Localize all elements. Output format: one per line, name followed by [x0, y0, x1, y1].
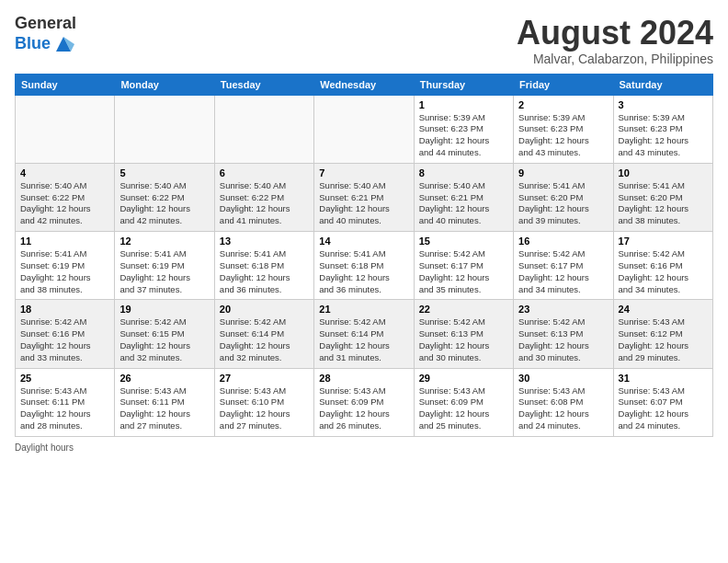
calendar-day-cell: 15Sunrise: 5:42 AMSunset: 6:17 PMDayligh…	[414, 232, 513, 300]
sunrise-line: Sunrise: 5:39 AM	[518, 112, 608, 124]
daylight-line1: Daylight: 12 hours	[619, 340, 708, 352]
day-number: 6	[220, 167, 309, 178]
sunset-line: Sunset: 6:10 PM	[220, 396, 309, 408]
calendar-day-cell	[314, 95, 414, 163]
day-info: Sunrise: 5:40 AMSunset: 6:21 PMDaylight:…	[319, 180, 408, 227]
day-info: Sunrise: 5:42 AMSunset: 6:14 PMDaylight:…	[220, 316, 309, 363]
day-number: 30	[518, 373, 608, 384]
day-number: 16	[518, 236, 608, 247]
logo-blue: Blue	[15, 35, 51, 53]
day-info: Sunrise: 5:39 AMSunset: 6:23 PMDaylight:…	[419, 112, 508, 159]
sunrise-line: Sunrise: 5:41 AM	[119, 248, 209, 260]
day-info: Sunrise: 5:42 AMSunset: 6:13 PMDaylight:…	[419, 316, 508, 363]
logo-general: General	[15, 15, 76, 33]
calendar-day-header: Monday	[115, 74, 214, 95]
sunrise-line: Sunrise: 5:42 AM	[220, 316, 309, 328]
day-info: Sunrise: 5:42 AMSunset: 6:16 PMDaylight:…	[20, 316, 109, 363]
daylight-line2: and 30 minutes.	[419, 352, 508, 364]
sunset-line: Sunset: 6:14 PM	[319, 328, 408, 340]
day-number: 17	[619, 236, 708, 247]
location: Malvar, Calabarzon, Philippines	[517, 52, 713, 66]
sunrise-line: Sunrise: 5:42 AM	[518, 248, 608, 260]
sunset-line: Sunset: 6:11 PM	[119, 396, 209, 408]
daylight-line1: Daylight: 12 hours	[319, 203, 408, 215]
daylight-line2: and 27 minutes.	[220, 420, 309, 432]
day-info: Sunrise: 5:41 AMSunset: 6:20 PMDaylight:…	[619, 180, 708, 227]
sunrise-line: Sunrise: 5:43 AM	[619, 385, 708, 397]
calendar-day-header: Tuesday	[214, 74, 313, 95]
daylight-line1: Daylight: 12 hours	[518, 203, 608, 215]
daylight-line2: and 42 minutes.	[119, 215, 209, 227]
calendar-day-cell: 19Sunrise: 5:42 AMSunset: 6:15 PMDayligh…	[115, 300, 214, 368]
title-block: August 2024 Malvar, Calabarzon, Philippi…	[517, 15, 713, 66]
daylight-line2: and 42 minutes.	[20, 215, 109, 227]
calendar-week-row: 4Sunrise: 5:40 AMSunset: 6:22 PMDaylight…	[16, 163, 713, 231]
day-number: 1	[419, 99, 508, 110]
sunset-line: Sunset: 6:19 PM	[119, 260, 209, 272]
daylight-line1: Daylight: 12 hours	[20, 340, 109, 352]
day-number: 4	[20, 167, 109, 178]
daylight-line1: Daylight: 12 hours	[619, 272, 708, 284]
sunrise-line: Sunrise: 5:39 AM	[419, 112, 508, 124]
calendar-day-header: Thursday	[414, 74, 513, 95]
daylight-line1: Daylight: 12 hours	[419, 135, 508, 147]
daylight-line2: and 24 minutes.	[619, 420, 708, 432]
sunrise-line: Sunrise: 5:43 AM	[619, 316, 708, 328]
sunrise-line: Sunrise: 5:43 AM	[319, 385, 408, 397]
sunrise-line: Sunrise: 5:43 AM	[220, 385, 309, 397]
daylight-line2: and 29 minutes.	[619, 352, 708, 364]
sunrise-line: Sunrise: 5:42 AM	[518, 316, 608, 328]
calendar-day-cell: 26Sunrise: 5:43 AMSunset: 6:11 PMDayligh…	[115, 368, 214, 436]
sunset-line: Sunset: 6:17 PM	[518, 260, 608, 272]
day-number: 21	[319, 304, 408, 315]
daylight-line1: Daylight: 12 hours	[619, 408, 708, 420]
daylight-line1: Daylight: 12 hours	[119, 203, 209, 215]
calendar-day-cell	[115, 95, 214, 163]
daylight-line2: and 32 minutes.	[119, 352, 209, 364]
logo-icon	[52, 33, 74, 55]
calendar-day-cell: 8Sunrise: 5:40 AMSunset: 6:21 PMDaylight…	[414, 163, 513, 231]
calendar-day-cell: 24Sunrise: 5:43 AMSunset: 6:12 PMDayligh…	[613, 300, 712, 368]
daylight-line2: and 36 minutes.	[220, 284, 309, 296]
calendar-day-cell: 11Sunrise: 5:41 AMSunset: 6:19 PMDayligh…	[16, 232, 115, 300]
logo: General Blue	[15, 15, 76, 55]
day-number: 26	[119, 373, 209, 384]
sunrise-line: Sunrise: 5:42 AM	[419, 316, 508, 328]
daylight-line2: and 36 minutes.	[319, 284, 408, 296]
day-info: Sunrise: 5:40 AMSunset: 6:22 PMDaylight:…	[20, 180, 109, 227]
page-header: General Blue August 2024 Malvar, Calabar…	[15, 15, 713, 66]
day-info: Sunrise: 5:43 AMSunset: 6:07 PMDaylight:…	[619, 385, 708, 432]
calendar-day-cell: 27Sunrise: 5:43 AMSunset: 6:10 PMDayligh…	[214, 368, 313, 436]
daylight-line1: Daylight: 12 hours	[518, 135, 608, 147]
day-info: Sunrise: 5:42 AMSunset: 6:14 PMDaylight:…	[319, 316, 408, 363]
calendar-day-cell: 6Sunrise: 5:40 AMSunset: 6:22 PMDaylight…	[214, 163, 313, 231]
day-info: Sunrise: 5:40 AMSunset: 6:21 PMDaylight:…	[419, 180, 508, 227]
daylight-line1: Daylight: 12 hours	[220, 203, 309, 215]
daylight-line1: Daylight: 12 hours	[220, 340, 309, 352]
daylight-line1: Daylight: 12 hours	[518, 340, 608, 352]
sunset-line: Sunset: 6:23 PM	[619, 123, 708, 135]
daylight-line1: Daylight: 12 hours	[419, 272, 508, 284]
sunrise-line: Sunrise: 5:40 AM	[119, 180, 209, 192]
daylight-line2: and 40 minutes.	[419, 215, 508, 227]
sunrise-line: Sunrise: 5:39 AM	[619, 112, 708, 124]
day-info: Sunrise: 5:42 AMSunset: 6:16 PMDaylight:…	[619, 248, 708, 295]
sunset-line: Sunset: 6:16 PM	[20, 328, 109, 340]
sunset-line: Sunset: 6:09 PM	[319, 396, 408, 408]
daylight-line2: and 41 minutes.	[220, 215, 309, 227]
calendar-day-cell: 10Sunrise: 5:41 AMSunset: 6:20 PMDayligh…	[613, 163, 712, 231]
daylight-line1: Daylight: 12 hours	[20, 408, 109, 420]
day-info: Sunrise: 5:40 AMSunset: 6:22 PMDaylight:…	[220, 180, 309, 227]
day-number: 10	[619, 167, 708, 178]
daylight-line2: and 35 minutes.	[419, 284, 508, 296]
sunset-line: Sunset: 6:21 PM	[319, 192, 408, 204]
sunrise-line: Sunrise: 5:40 AM	[319, 180, 408, 192]
daylight-line1: Daylight: 12 hours	[619, 135, 708, 147]
day-info: Sunrise: 5:43 AMSunset: 6:08 PMDaylight:…	[518, 385, 608, 432]
daylight-line2: and 34 minutes.	[619, 284, 708, 296]
sunrise-line: Sunrise: 5:43 AM	[419, 385, 508, 397]
day-info: Sunrise: 5:41 AMSunset: 6:19 PMDaylight:…	[20, 248, 109, 295]
calendar-day-header: Wednesday	[314, 74, 414, 95]
calendar-week-row: 25Sunrise: 5:43 AMSunset: 6:11 PMDayligh…	[16, 368, 713, 436]
day-info: Sunrise: 5:41 AMSunset: 6:18 PMDaylight:…	[220, 248, 309, 295]
